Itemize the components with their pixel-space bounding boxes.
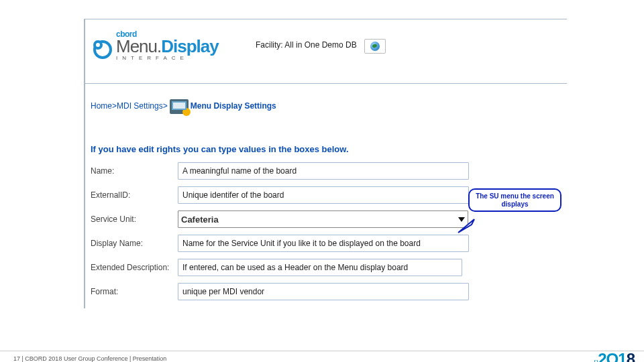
service-unit-value: Cafeteria [181, 215, 219, 225]
ugc-2018-logo: UGC2O18 [586, 350, 635, 362]
edit-rights-note: If you have edit rights you can type val… [91, 144, 349, 154]
logo-ring-icon [93, 40, 112, 59]
extended-desc-label: Extended Description: [91, 263, 178, 272]
screenshot-panel: cbord Menu.Display INTERFACE Facility: A… [84, 19, 567, 308]
crumb-mdi-settings[interactable]: MDI Settings [117, 101, 163, 111]
name-label: Name: [91, 166, 178, 176]
service-unit-label: Service Unit: [91, 215, 178, 224]
settings-form: Name: ExternalID: Service Unit: Cafeteri… [91, 162, 567, 307]
breadcrumb: Home>MDI Settings> Menu Display Settings [91, 99, 276, 114]
crumb-current: Menu Display Settings [191, 101, 276, 111]
globe-icon [370, 42, 380, 51]
slide-footer: 17 | CBORD 2018 User Group Conference | … [0, 351, 644, 351]
crumb-home[interactable]: Home [91, 101, 112, 111]
logo-word-menu: Menu. [116, 36, 161, 56]
app-logo: cbord Menu.Display INTERFACE [92, 27, 246, 64]
display-name-input[interactable] [178, 235, 469, 252]
settings-screen-icon [170, 99, 189, 114]
callout-tail-icon [457, 218, 476, 233]
facility-value: All in One Demo DB [284, 40, 356, 50]
left-border [84, 19, 85, 308]
top-divider [84, 19, 567, 19]
footer-text: 17 | CBORD 2018 User Group Conference | … [13, 355, 166, 362]
extended-desc-input[interactable] [178, 259, 462, 276]
display-name-label: Display Name: [91, 239, 178, 248]
format-label: Format: [91, 287, 178, 296]
logo-word-display: Display [161, 36, 219, 56]
external-id-label: ExternalID: [91, 190, 178, 200]
svg-rect-1 [173, 103, 185, 109]
external-id-input[interactable] [178, 186, 469, 204]
name-input[interactable] [178, 162, 469, 180]
facility-picker-button[interactable] [364, 39, 386, 54]
callout-bubble: The SU menu the screen displays [468, 188, 561, 212]
service-unit-select[interactable]: Cafeteria [178, 210, 468, 228]
format-input[interactable] [178, 283, 469, 300]
facility-label: Facility: All in One Demo DB [256, 40, 357, 50]
header-divider [84, 83, 567, 84]
